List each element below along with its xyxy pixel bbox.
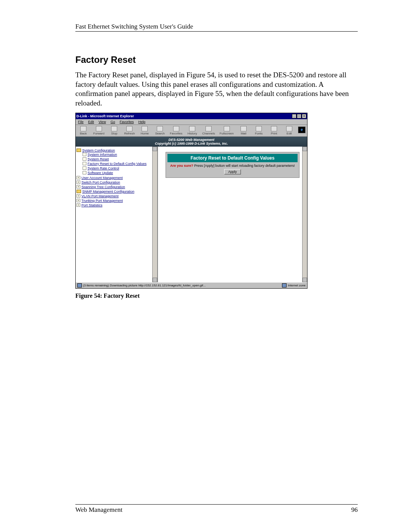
tree-scrollbar[interactable] [152, 147, 157, 282]
apply-button[interactable]: Apply [224, 169, 241, 174]
banner: DES-5200 Web Management Copyright (c) 19… [76, 137, 307, 147]
window-titlebar: D-Link - Microsoft Internet Explorer _ □… [76, 113, 307, 119]
tree-user-account-management[interactable]: User Account Management [81, 176, 123, 180]
figure-caption: Figure 54: Factory Reset [75, 292, 358, 299]
page-icon [83, 157, 86, 161]
main-scrollbar[interactable] [302, 147, 307, 282]
menu-file[interactable]: File [78, 120, 84, 124]
zone-text: Internet zone [288, 284, 306, 287]
tree-system-reset[interactable]: System Reset [88, 157, 109, 161]
status-icon [77, 283, 82, 288]
warning-text: Are you sure? [170, 164, 193, 168]
factory-reset-panel: Factory Reset to Default Config Values A… [166, 152, 299, 178]
main-pane: Factory Reset to Default Config Values A… [158, 147, 307, 282]
menu-edit[interactable]: Edit [88, 120, 94, 124]
close-icon[interactable]: × [302, 114, 306, 118]
tree-snmp-management-configuration[interactable]: SNMP Management Configuration [82, 190, 134, 193]
plus-icon[interactable]: + [76, 185, 80, 189]
fullscreen-button[interactable]: Fullscreen [220, 126, 234, 135]
menu-bar: File Edit View Go Favorites Help [76, 119, 307, 125]
folder-open-icon [76, 149, 81, 152]
folder-icon [76, 190, 81, 193]
ie-logo-icon: e [298, 126, 306, 133]
banner-line2: Copyright (c) 1995-1999 D-Link Systems, … [76, 142, 307, 145]
back-icon [80, 126, 86, 131]
section-title: Factory Reset [75, 54, 358, 65]
window-title: D-Link - Microsoft Internet Explorer [76, 114, 134, 118]
channels-icon [206, 126, 212, 131]
minimize-icon[interactable]: _ [292, 114, 296, 118]
back-button[interactable]: Back [78, 126, 89, 135]
tree-vlan-port-management[interactable]: VLAN Port Management [81, 194, 119, 198]
print-button[interactable]: Print [269, 126, 279, 135]
history-button[interactable]: History [187, 126, 198, 135]
body-paragraph: The Factory Reset panel, displayed in Fi… [75, 70, 358, 108]
plus-icon[interactable]: + [76, 203, 80, 207]
print-icon [271, 126, 277, 131]
maximize-icon[interactable]: □ [297, 114, 301, 118]
stop-icon [111, 126, 117, 131]
tree-port-statistics[interactable]: Port Statistics [81, 203, 102, 207]
panel-message: Press [Apply] button will start reloadin… [193, 164, 295, 168]
plus-icon[interactable]: + [76, 181, 80, 184]
stop-button[interactable]: Stop [109, 126, 119, 135]
search-icon [157, 126, 163, 131]
edit-icon [286, 126, 292, 131]
status-bar: (3 items remaining) Downloading picture … [76, 282, 307, 288]
tree-system-information[interactable]: System Information [88, 153, 117, 157]
edit-button[interactable]: Edit [284, 126, 295, 135]
banner-line1: DES-5200 Web Management [76, 138, 307, 142]
page-icon [83, 153, 86, 156]
mail-button[interactable]: Mail [238, 126, 249, 135]
menu-go[interactable]: Go [110, 120, 115, 124]
tree-software-update[interactable]: Software Update [88, 171, 113, 175]
history-icon [189, 126, 195, 131]
fullscreen-icon [224, 126, 230, 131]
home-icon [142, 126, 148, 131]
page-icon [83, 171, 86, 174]
plus-icon[interactable]: + [76, 194, 80, 198]
home-button[interactable]: Home [139, 126, 150, 135]
panel-title: Factory Reset to Default Config Values [167, 154, 298, 162]
mail-icon [241, 126, 247, 131]
fonts-icon [256, 126, 262, 131]
tree-switch-port-configuration[interactable]: Switch Port Configuration [81, 181, 120, 184]
favorites-button[interactable]: Favorites [170, 126, 182, 135]
menu-favorites[interactable]: Favorites [119, 120, 134, 124]
status-text: (3 items remaining) Downloading picture … [83, 284, 206, 287]
menu-help[interactable]: Help [138, 120, 145, 124]
toolbar: Back Forward Stop Refresh Home Search Fa… [76, 125, 307, 137]
forward-icon [96, 126, 102, 131]
tree-system-rate-control[interactable]: System Rate Control [88, 166, 119, 170]
nav-tree: System Configuration System Information … [76, 147, 158, 282]
refresh-button[interactable]: Refresh [124, 126, 135, 135]
plus-icon[interactable]: + [76, 176, 80, 179]
tree-system-configuration[interactable]: System Configuration [82, 149, 115, 152]
fonts-button[interactable]: Fonts [253, 126, 264, 135]
refresh-icon [126, 126, 132, 131]
footer-left: Web Management [75, 506, 123, 514]
search-button[interactable]: Search [155, 126, 165, 135]
tree-trunking-port-management[interactable]: Trunking Port Management [81, 199, 123, 203]
channels-button[interactable]: Channels [202, 126, 215, 135]
page-footer: Web Management 96 [75, 504, 358, 514]
plus-icon[interactable]: + [76, 199, 80, 202]
menu-view[interactable]: View [99, 120, 106, 124]
page-header: Fast Ethernet Switching System User's Gu… [75, 23, 358, 32]
tree-spanning-tree-configuration[interactable]: Spanning Tree Configuration [81, 185, 125, 189]
footer-right: 96 [351, 506, 358, 514]
favorites-icon [173, 126, 179, 131]
forward-button[interactable]: Forward [93, 126, 104, 135]
page-icon [83, 162, 86, 165]
screenshot: D-Link - Microsoft Internet Explorer _ □… [75, 113, 307, 289]
globe-icon [282, 283, 287, 288]
page-icon [83, 166, 86, 170]
tree-factory-reset[interactable]: Factory Reset to Default Config Values [88, 162, 147, 166]
